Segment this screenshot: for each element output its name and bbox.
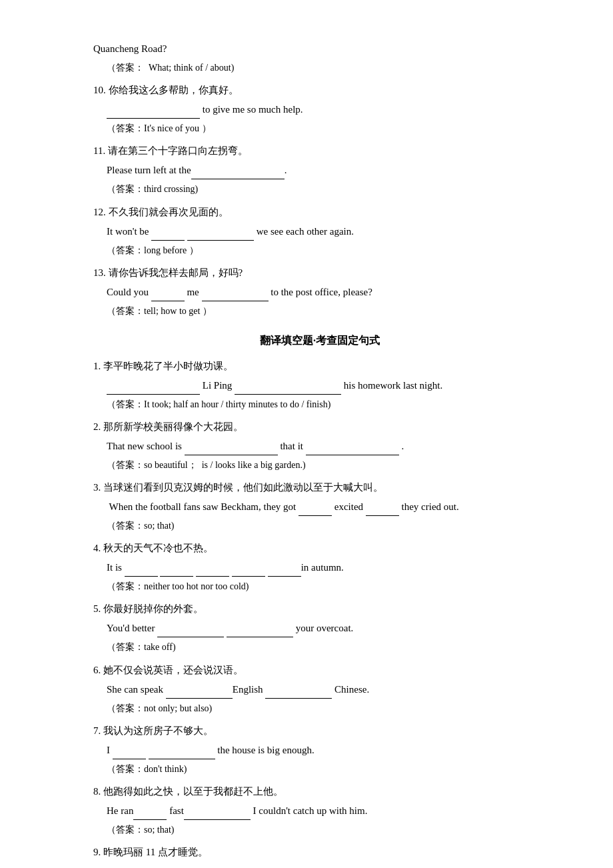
s2-item-9-chinese: 9. 昨晚玛丽 11 点才睡觉。 (93, 843, 546, 861)
page-content: Quancheng Road? （答案： What; think of / ab… (93, 40, 546, 868)
blank-s2-2-2 (306, 445, 399, 455)
s2-item-6-answer: （答案：not only; but also) (93, 700, 546, 717)
s2-item-8-english: He ran fast I couldn't catch up with him… (93, 802, 546, 820)
blank-s2-3-2 (366, 505, 399, 516)
blank-s2-8-2 (184, 809, 251, 820)
s2-item-3-chinese: 3. 当球迷们看到贝克汉姆的时候，他们如此激动以至于大喊大叫。 (93, 479, 546, 497)
blank-12-2 (187, 230, 254, 241)
s2-item-5-english: You'd better your overcoat. (93, 619, 546, 637)
item-11: 11. 请在第三个十字路口向左拐弯。 Please turn left at t… (93, 142, 546, 197)
s2-item-4: 4. 秋天的天气不冷也不热。 It is in autumn. （答案：neit… (93, 539, 546, 595)
answer-10-intro: （答案： What; think of / about) (93, 59, 546, 76)
s2-item-2: 2. 那所新学校美丽得像个大花园。 That new school is tha… (93, 418, 546, 473)
s2-item-6-chinese: 6. 她不仅会说英语，还会说汉语。 (93, 661, 546, 679)
s2-item-5-answer: （答案：take off) (93, 639, 546, 655)
blank-s2-4-1 (125, 566, 158, 577)
intro-line: Quancheng Road? (93, 40, 546, 58)
s2-item-8-answer: （答案：so; that) (93, 821, 546, 838)
s2-item-1: 1. 李平昨晚花了半小时做功课。 Li Ping his homework la… (93, 357, 546, 413)
item-10-english: to give me so much help. (93, 101, 546, 119)
s2-item-5-chinese: 5. 你最好脱掉你的外套。 (93, 600, 546, 618)
item-12-chinese: 12. 不久我们就会再次见面的。 (93, 203, 546, 221)
item-10-chinese: 10. 你给我这么多帮助，你真好。 (93, 81, 546, 99)
item-11-english: Please turn left at the. (93, 161, 546, 179)
blank-s2-6-2 (265, 688, 332, 699)
s2-item-1-answer: （答案：It took; half an hour / thirty minut… (93, 396, 546, 413)
item-11-answer: （答案：third crossing) (93, 181, 546, 197)
s2-item-4-english: It is in autumn. (93, 559, 546, 577)
intro-section: Quancheng Road? （答案： What; think of / ab… (93, 40, 546, 76)
s2-item-3-english: When the football fans saw Beckham, they… (93, 498, 546, 516)
s2-item-3: 3. 当球迷们看到贝克汉姆的时候，他们如此激动以至于大喊大叫。 When the… (93, 479, 546, 534)
item-12-english: It won't be we see each other again. (93, 223, 546, 241)
blank-s2-1-2 (235, 384, 341, 395)
blank-s2-8-1 (133, 809, 167, 820)
s2-item-3-answer: （答案：so; that) (93, 517, 546, 534)
blank-s2-2-1 (185, 445, 278, 455)
item-11-chinese: 11. 请在第三个十字路口向左拐弯。 (93, 142, 546, 160)
s2-item-9: 9. 昨晚玛丽 11 点才睡觉。 Mary did go to bed elev… (93, 843, 546, 868)
s2-item-7: 7. 我认为这所房子不够大。 I the house is big enough… (93, 722, 546, 777)
blank-s2-4-4 (232, 566, 265, 577)
item-13: 13. 请你告诉我怎样去邮局，好吗? Could you me to the p… (93, 264, 546, 319)
s2-item-7-english: I the house is big enough. (93, 741, 546, 759)
blank-s2-4-3 (196, 566, 229, 577)
blank-13-1 (151, 291, 185, 301)
item-13-english: Could you me to the post office, please? (93, 283, 546, 301)
blank-s2-5-2 (227, 627, 293, 637)
blank-10-1 (107, 108, 200, 119)
blank-s2-5-1 (157, 627, 224, 637)
blank-s2-7-2 (149, 749, 215, 759)
s2-item-4-chinese: 4. 秋天的天气不冷也不热。 (93, 539, 546, 557)
s2-item-9-english: Mary did go to bed eleven o' clock last … (93, 863, 546, 868)
s2-item-4-answer: （答案：neither too hot nor too cold) (93, 578, 546, 595)
blank-s2-1-1 (107, 384, 200, 395)
s2-item-8-chinese: 8. 他跑得如此之快，以至于我都赶不上他。 (93, 783, 546, 801)
s2-item-1-english: Li Ping his homework last night. (93, 377, 546, 395)
item-12-answer: （答案：long before ） (93, 242, 546, 259)
blank-s2-4-5 (268, 566, 301, 577)
s2-item-2-answer: （答案：so beautiful； is / looks like a big … (93, 457, 546, 473)
item-10: 10. 你给我这么多帮助，你真好。 to give me so much hel… (93, 81, 546, 137)
s2-item-7-chinese: 7. 我认为这所房子不够大。 (93, 722, 546, 740)
s2-item-6: 6. 她不仅会说英语，还会说汉语。 She can speak English … (93, 661, 546, 717)
s2-item-8: 8. 他跑得如此之快，以至于我都赶不上他。 He ran fast I coul… (93, 783, 546, 838)
blank-s2-3-1 (299, 505, 332, 516)
s2-item-6-english: She can speak English Chinese. (93, 681, 546, 699)
item-13-answer: （答案：tell; how to get ） (93, 303, 546, 319)
s2-item-2-english: That new school is that it . (93, 437, 546, 455)
s2-item-1-chinese: 1. 李平昨晚花了半小时做功课。 (93, 357, 546, 375)
s2-item-2-chinese: 2. 那所新学校美丽得像个大花园。 (93, 418, 546, 436)
blank-13-2 (202, 291, 269, 301)
blank-s2-6-1 (166, 688, 233, 699)
item-10-answer: （答案：It's nice of you ） (93, 120, 546, 137)
blank-s2-4-2 (160, 566, 193, 577)
section2-title: 翻译填空题·考查固定句式 (93, 331, 546, 351)
blank-s2-7-1 (113, 749, 146, 759)
blank-11-1 (191, 169, 285, 179)
item-12: 12. 不久我们就会再次见面的。 It won't be we see each… (93, 203, 546, 259)
item-13-chinese: 13. 请你告诉我怎样去邮局，好吗? (93, 264, 546, 282)
s2-item-5: 5. 你最好脱掉你的外套。 You'd better your overcoat… (93, 600, 546, 655)
s2-item-7-answer: （答案：don't think) (93, 761, 546, 777)
blank-12-1 (151, 230, 185, 241)
